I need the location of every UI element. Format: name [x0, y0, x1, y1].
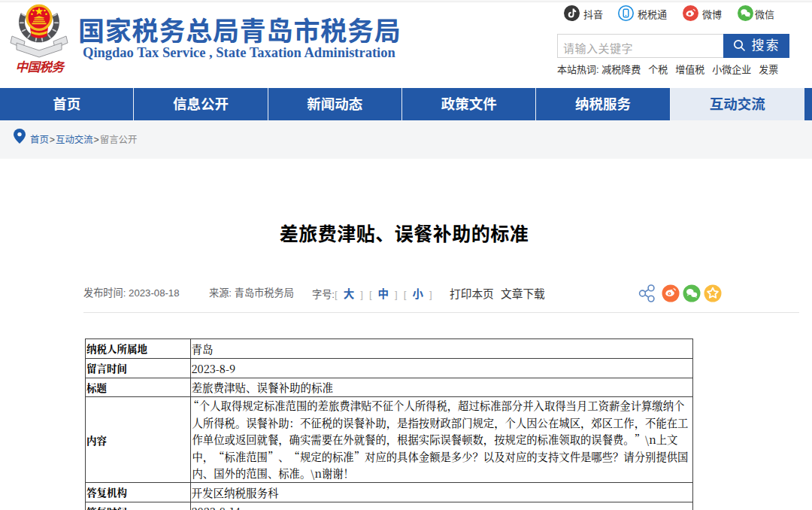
svg-text:中国税务: 中国税务: [16, 60, 66, 74]
